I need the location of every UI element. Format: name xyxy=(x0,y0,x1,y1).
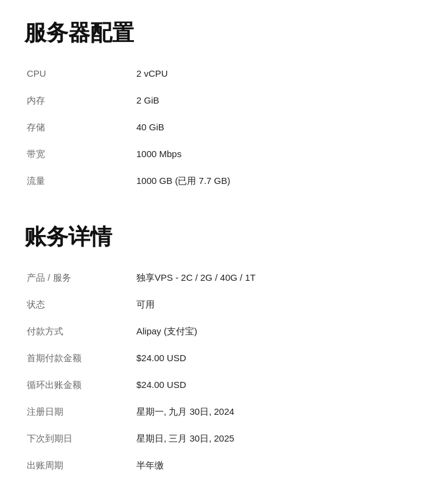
row-label: 存储 xyxy=(24,114,134,141)
row-value: 2 GiB xyxy=(134,87,424,114)
row-value: 1000 Mbps xyxy=(134,141,424,167)
row-value: $24.00 USD xyxy=(134,345,424,372)
row-value: $24.00 USD xyxy=(134,372,424,398)
billing-details-table: 产品 / 服务 独享VPS - 2C / 2G / 40G / 1T 状态 可用… xyxy=(24,264,424,479)
row-label: 首期付款金额 xyxy=(24,345,134,372)
table-row: 内存 2 GiB xyxy=(24,87,424,114)
table-row: 出账周期 半年缴 xyxy=(24,452,424,479)
server-config-title: 服务器配置 xyxy=(24,19,424,46)
row-label: 循环出账金额 xyxy=(24,372,134,398)
row-value: 40 GiB xyxy=(134,114,424,141)
row-label: 内存 xyxy=(24,87,134,114)
row-label: CPU xyxy=(24,60,134,87)
row-label: 注册日期 xyxy=(24,398,134,425)
row-value: 可用 xyxy=(134,291,424,318)
table-row: 带宽 1000 Mbps xyxy=(24,141,424,167)
row-value: 独享VPS - 2C / 2G / 40G / 1T xyxy=(134,264,424,291)
row-label: 付款方式 xyxy=(24,318,134,345)
server-config-section: 服务器配置 CPU 2 vCPU 内存 2 GiB 存储 40 GiB 带宽 1… xyxy=(24,19,424,194)
row-value: 星期一, 九月 30日, 2024 xyxy=(134,398,424,425)
table-row: CPU 2 vCPU xyxy=(24,60,424,87)
table-row: 循环出账金额 $24.00 USD xyxy=(24,372,424,398)
table-row: 付款方式 Alipay (支付宝) xyxy=(24,318,424,345)
billing-details-section: 账务详情 产品 / 服务 独享VPS - 2C / 2G / 40G / 1T … xyxy=(24,224,424,479)
row-value: 1000 GB (已用 7.7 GB) xyxy=(134,167,424,194)
table-row: 状态 可用 xyxy=(24,291,424,318)
row-label: 带宽 xyxy=(24,141,134,167)
row-value: 半年缴 xyxy=(134,452,424,479)
table-row: 产品 / 服务 独享VPS - 2C / 2G / 40G / 1T xyxy=(24,264,424,291)
table-row: 注册日期 星期一, 九月 30日, 2024 xyxy=(24,398,424,425)
table-row: 流量 1000 GB (已用 7.7 GB) xyxy=(24,167,424,194)
table-row: 存储 40 GiB xyxy=(24,114,424,141)
row-label: 产品 / 服务 xyxy=(24,264,134,291)
row-value: Alipay (支付宝) xyxy=(134,318,424,345)
row-value: 2 vCPU xyxy=(134,60,424,87)
table-row: 首期付款金额 $24.00 USD xyxy=(24,345,424,372)
row-value: 星期日, 三月 30日, 2025 xyxy=(134,425,424,452)
server-config-table: CPU 2 vCPU 内存 2 GiB 存储 40 GiB 带宽 1000 Mb… xyxy=(24,60,424,194)
row-label: 状态 xyxy=(24,291,134,318)
row-label: 下次到期日 xyxy=(24,425,134,452)
table-row: 下次到期日 星期日, 三月 30日, 2025 xyxy=(24,425,424,452)
row-label: 出账周期 xyxy=(24,452,134,479)
row-label: 流量 xyxy=(24,167,134,194)
billing-details-title: 账务详情 xyxy=(24,224,424,250)
